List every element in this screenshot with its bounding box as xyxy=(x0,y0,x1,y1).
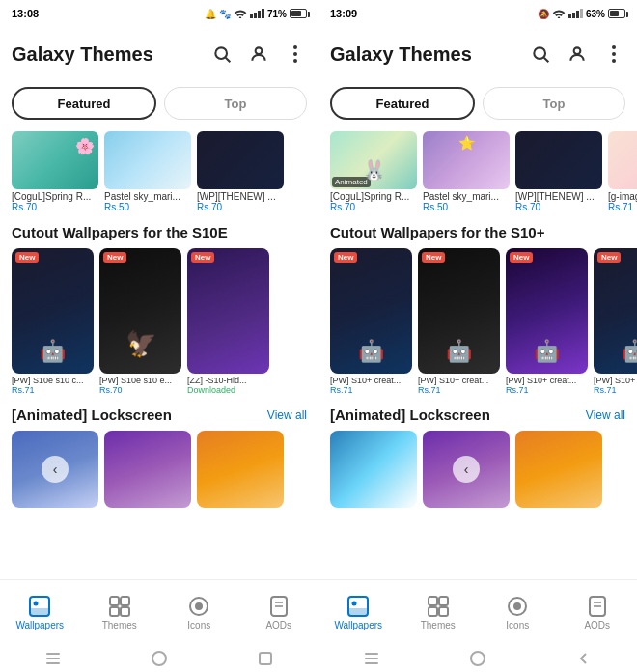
svg-point-32 xyxy=(513,602,521,610)
svg-point-2 xyxy=(256,47,263,54)
signal-2 xyxy=(568,9,583,18)
app-title-1: Galaxy Themes xyxy=(12,43,153,66)
more-icon-2[interactable] xyxy=(602,42,625,66)
nav-wallpapers-2[interactable]: Wallpapers xyxy=(318,595,399,630)
nav-aods-label-2: AODs xyxy=(584,620,610,630)
wallpaper-card-1[interactable]: New 🦅 [PW] S10e s10 e... Rs.70 xyxy=(99,248,181,395)
bottom-nav-2: Wallpapers Themes Icons AODs xyxy=(318,579,637,645)
nav-themes-1[interactable]: Themes xyxy=(80,595,160,630)
nav-aods-1[interactable]: AODs xyxy=(239,595,319,630)
wallpaper-img-0: New 🤖 xyxy=(12,248,94,374)
search-icon-1[interactable] xyxy=(210,42,234,66)
sys-back-1[interactable] xyxy=(256,649,275,668)
sys-home-2[interactable] xyxy=(468,649,487,668)
p2-theme-img-1: ⭐ xyxy=(423,131,510,189)
nav-icons-1[interactable]: Icons xyxy=(159,595,239,630)
svg-point-4 xyxy=(293,52,297,56)
svg-rect-10 xyxy=(121,597,129,605)
svg-rect-28 xyxy=(439,597,448,605)
app-header-2: Galaxy Themes xyxy=(318,27,637,81)
view-all-2[interactable]: View all xyxy=(586,408,625,422)
svg-rect-25 xyxy=(348,608,368,616)
ls-item-1[interactable] xyxy=(104,431,191,508)
svg-rect-30 xyxy=(439,607,448,616)
ls-item-2[interactable] xyxy=(197,431,284,508)
svg-point-23 xyxy=(612,59,616,63)
status-bar-2: 13:09 🔕 63% xyxy=(318,0,637,27)
p2-wallpaper-card-3[interactable]: New 🤖 [PW] S10+ c... Rs.71 xyxy=(594,248,637,395)
more-icon-1[interactable] xyxy=(284,42,307,66)
p2-new-badge-1: New xyxy=(422,252,445,263)
p2-wallpaper-card-1[interactable]: New 🤖 [PW] S10+ creat... Rs.71 xyxy=(418,248,500,395)
tab-featured-2[interactable]: Featured xyxy=(330,87,475,120)
tab-top-1[interactable]: Top xyxy=(164,87,307,120)
theme-img-1 xyxy=(104,131,191,189)
p2-theme-item-1[interactable]: ⭐ Pastel sky_mari... Rs.50 xyxy=(423,131,510,212)
battery-icon-1 xyxy=(290,9,307,18)
tab-bar-1: Featured Top xyxy=(0,81,318,126)
profile-icon-1[interactable] xyxy=(247,42,270,66)
p2-ls-item-1[interactable]: ‹ xyxy=(423,431,510,508)
p2-theme-price-0: Rs.70 xyxy=(330,202,417,212)
search-icon-2[interactable] xyxy=(529,42,552,66)
p2-theme-label-3: [g-image] pe... xyxy=(608,191,637,202)
ls-item-0[interactable]: ‹ xyxy=(12,431,98,508)
p2-theme-label-1: Pastel sky_mari... xyxy=(423,191,510,202)
p2-wallpaper-img-1: New 🤖 xyxy=(418,248,500,374)
p2-theme-label-2: [WP][THENEW] ... xyxy=(515,191,602,202)
p2-theme-item-0[interactable]: Animated 🐰 [CoguL]Spring R... Rs.70 xyxy=(330,131,417,212)
svg-rect-9 xyxy=(110,597,119,605)
svg-point-3 xyxy=(293,45,297,49)
nav-aods-2[interactable]: AODs xyxy=(558,595,638,630)
p2-card-price-0: Rs.71 xyxy=(330,385,412,395)
theme-item-2[interactable]: [WP][THENEW] ... Rs.70 xyxy=(197,131,284,212)
p2-theme-img-3: 🌺 xyxy=(608,131,637,189)
wallpaper-card-2[interactable]: New [ZZ] -S10-Hid... Downloaded xyxy=(187,248,269,395)
p2-ls-img-2 xyxy=(515,431,602,508)
scroll-content-2[interactable]: Animated 🐰 [CoguL]Spring R... Rs.70 ⭐ Pa… xyxy=(318,126,637,579)
tab-top-2[interactable]: Top xyxy=(483,87,625,120)
battery-icon-2 xyxy=(608,9,625,18)
theme-price-1: Rs.50 xyxy=(104,202,191,212)
wallpaper-img-2: New xyxy=(187,248,269,374)
card-label-1: [PW] S10e s10 e... xyxy=(99,376,181,385)
p2-theme-price-1: Rs.50 xyxy=(423,202,510,212)
svg-rect-27 xyxy=(429,597,437,605)
header-icons-1 xyxy=(210,42,307,66)
view-all-1[interactable]: View all xyxy=(267,408,307,422)
p2-new-badge-3: New xyxy=(597,252,621,263)
sys-back-2[interactable] xyxy=(574,649,594,668)
card-label-2: [ZZ] -S10-Hid... xyxy=(187,376,269,385)
nav-themes-2[interactable]: Themes xyxy=(399,595,479,630)
theme-item-1[interactable]: Pastel sky_mari... Rs.50 xyxy=(104,131,191,212)
nav-icons-2[interactable]: Icons xyxy=(478,595,558,630)
profile-icon-2[interactable] xyxy=(566,42,589,66)
sys-menu-1[interactable] xyxy=(43,649,63,668)
sys-menu-2[interactable] xyxy=(362,649,381,668)
p2-theme-item-3[interactable]: 🌺 [g-image] pe... Rs.71 xyxy=(608,131,637,212)
aods-icon-1 xyxy=(267,595,291,618)
svg-line-1 xyxy=(226,58,231,63)
svg-point-8 xyxy=(34,602,39,606)
nav-wallpapers-1[interactable]: Wallpapers xyxy=(0,595,80,630)
p2-card-label-0: [PW] S10+ creat... xyxy=(330,376,412,385)
tab-featured-1[interactable]: Featured xyxy=(12,87,156,120)
theme-label-2: [WP][THENEW] ... xyxy=(197,191,284,202)
wallpaper-card-0[interactable]: New 🤖 [PW] S10e s10 c... Rs.71 xyxy=(12,248,94,395)
scroll-content-1[interactable]: 🌸 [CoguL]Spring R... Rs.70 Pastel sky_ma… xyxy=(0,126,318,579)
p2-wallpaper-img-2: New 🤖 xyxy=(506,248,588,374)
p2-ls-item-0[interactable] xyxy=(330,431,417,508)
sys-home-1[interactable] xyxy=(150,649,169,668)
new-badge-0: New xyxy=(15,252,39,263)
svg-rect-11 xyxy=(110,607,119,616)
time-2: 13:09 xyxy=(330,8,357,19)
theme-item-0[interactable]: 🌸 [CoguL]Spring R... Rs.70 xyxy=(12,131,98,212)
p2-card-label-3: [PW] S10+ c... xyxy=(594,376,637,385)
p2-wallpaper-card-0[interactable]: New 🤖 [PW] S10+ creat... Rs.71 xyxy=(330,248,412,395)
svg-point-26 xyxy=(352,602,357,606)
p2-wallpaper-card-2[interactable]: New 🤖 [PW] S10+ creat... Rs.71 xyxy=(506,248,588,395)
p2-ls-item-2[interactable] xyxy=(515,431,602,508)
ls-img-0: ‹ xyxy=(12,431,98,508)
p2-card-label-2: [PW] S10+ creat... xyxy=(506,376,588,385)
p2-theme-item-2[interactable]: [WP][THENEW] ... Rs.70 xyxy=(515,131,602,212)
